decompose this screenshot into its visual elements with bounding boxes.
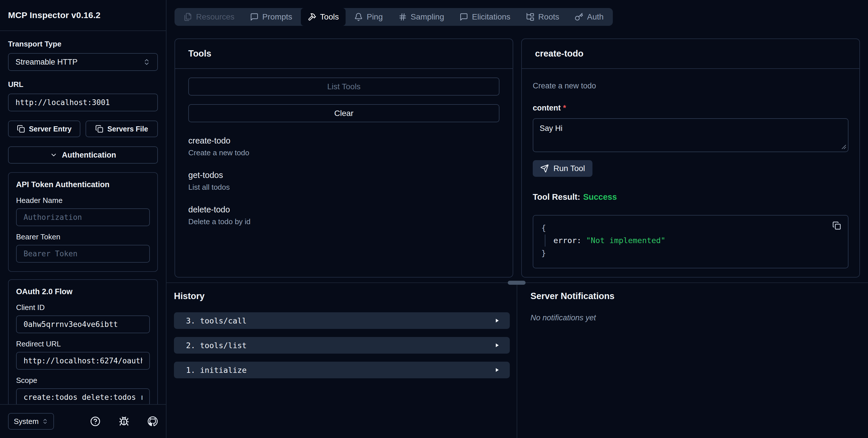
theme-select[interactable]: System bbox=[8, 413, 54, 430]
server-notifications-title: Server Notifications bbox=[530, 291, 868, 301]
selected-tool-title: create-todo bbox=[535, 49, 584, 59]
tool-description: Create a new todo bbox=[188, 148, 499, 157]
tools-panel-title: Tools bbox=[188, 49, 211, 59]
transport-type-label: Transport Type bbox=[8, 40, 158, 49]
tab-auth[interactable]: Auth bbox=[568, 10, 611, 24]
redirect-url-input[interactable] bbox=[16, 352, 150, 370]
expand-triangle-icon bbox=[494, 342, 500, 348]
bell-icon bbox=[354, 12, 363, 21]
clear-tools-button[interactable]: Clear bbox=[188, 104, 499, 122]
client-id-group: Client ID bbox=[16, 303, 150, 333]
bug-report-icon[interactable] bbox=[119, 416, 129, 427]
tab-label: Ping bbox=[367, 12, 383, 22]
history-list: 3. tools/call 2. tools/list 1. initializ… bbox=[174, 312, 510, 378]
chevrons-up-down-icon bbox=[42, 418, 48, 425]
servers-file-label: Servers File bbox=[107, 125, 148, 133]
server-notifications-panel: Server Notifications No notifications ye… bbox=[517, 283, 868, 438]
history-item-label: 1. initialize bbox=[186, 366, 247, 375]
no-notifications-text: No notifications yet bbox=[530, 313, 868, 322]
tool-list-item-create-todo[interactable]: create-todo Create a new todo bbox=[188, 136, 499, 157]
tab-label: Sampling bbox=[411, 12, 444, 22]
server-entry-label: Server Entry bbox=[29, 125, 72, 133]
theme-select-value: System bbox=[14, 417, 39, 426]
tab-sampling[interactable]: Sampling bbox=[392, 10, 451, 24]
history-item-label: 3. tools/call bbox=[186, 316, 247, 325]
tool-name: delete-todo bbox=[188, 205, 499, 214]
history-item-label: 2. tools/list bbox=[186, 341, 247, 350]
transport-type-select[interactable]: Streamable HTTP bbox=[8, 53, 158, 71]
transport-type-value: Streamable HTTP bbox=[16, 58, 78, 67]
tool-description: Delete a todo by id bbox=[188, 217, 499, 226]
tab-resources[interactable]: Resources bbox=[177, 10, 241, 24]
message-square-icon bbox=[250, 12, 259, 21]
tool-name: get-todos bbox=[188, 170, 499, 180]
list-tools-button[interactable]: List Tools bbox=[188, 77, 499, 96]
json-close-brace: } bbox=[541, 247, 840, 259]
sidebar-footer: System bbox=[0, 404, 166, 438]
content-field-label: content* bbox=[533, 104, 848, 113]
tool-list: create-todo Create a new todo get-todos … bbox=[188, 136, 499, 226]
scope-label: Scope bbox=[16, 376, 150, 385]
footer-icons bbox=[90, 416, 158, 427]
hammer-icon bbox=[308, 12, 316, 21]
tab-label: Roots bbox=[538, 12, 559, 22]
selected-tool-panel: create-todo Create a new todo content* S… bbox=[521, 38, 860, 278]
sidebar: MCP Inspector v0.16.2 Transport Type Str… bbox=[0, 0, 166, 438]
chevron-down-icon bbox=[50, 151, 57, 159]
github-icon[interactable] bbox=[148, 416, 158, 427]
run-tool-label: Run Tool bbox=[553, 164, 585, 173]
tools-panel-header: Tools bbox=[175, 39, 513, 69]
horizontal-split-divider bbox=[166, 282, 868, 283]
server-entry-button[interactable]: Server Entry bbox=[8, 121, 81, 137]
oauth-flow-title: OAuth 2.0 Flow bbox=[16, 287, 150, 296]
tools-panel-body: List Tools Clear create-todo Create a ne… bbox=[175, 69, 513, 277]
hash-icon bbox=[398, 12, 407, 21]
history-item-tools-call[interactable]: 3. tools/call bbox=[174, 312, 510, 329]
tab-prompts[interactable]: Prompts bbox=[243, 10, 299, 24]
redirect-url-label: Redirect URL bbox=[16, 340, 150, 348]
bearer-token-input[interactable] bbox=[16, 245, 150, 262]
copy-result-icon[interactable] bbox=[832, 221, 841, 230]
tool-list-item-get-todos[interactable]: get-todos List all todos bbox=[188, 170, 499, 192]
required-asterisk: * bbox=[563, 104, 566, 112]
tools-panel: Tools List Tools Clear create-todo Creat… bbox=[175, 38, 513, 278]
selected-tool-header: create-todo bbox=[522, 39, 859, 69]
bearer-token-label: Bearer Token bbox=[16, 232, 150, 241]
app-header: MCP Inspector v0.16.2 bbox=[0, 0, 166, 31]
content-field-input[interactable]: Say Hi bbox=[533, 118, 848, 152]
tab-ping[interactable]: Ping bbox=[347, 10, 390, 24]
chevrons-up-down-icon bbox=[143, 58, 150, 66]
history-title: History bbox=[174, 291, 510, 301]
tool-result-label: Tool Result: bbox=[533, 192, 580, 201]
tab-label: Prompts bbox=[262, 12, 292, 22]
authentication-toggle[interactable]: Authentication bbox=[8, 146, 158, 164]
tool-list-item-delete-todo[interactable]: delete-todo Delete a todo by id bbox=[188, 205, 499, 226]
files-icon bbox=[184, 12, 192, 21]
tool-description: List all todos bbox=[188, 183, 499, 192]
header-name-input[interactable] bbox=[16, 208, 150, 226]
client-id-input[interactable] bbox=[16, 315, 150, 333]
servers-file-button[interactable]: Servers File bbox=[86, 121, 158, 137]
split-drag-handle[interactable] bbox=[508, 281, 526, 285]
url-group: URL bbox=[8, 80, 158, 112]
bottom-section: History 3. tools/call 2. tools/list 1. i… bbox=[166, 283, 868, 438]
url-input[interactable] bbox=[8, 94, 158, 112]
tab-roots[interactable]: Roots bbox=[519, 10, 566, 24]
history-item-tools-list[interactable]: 2. tools/list bbox=[174, 337, 510, 354]
expand-triangle-icon bbox=[494, 317, 500, 324]
help-icon[interactable] bbox=[90, 416, 100, 427]
send-icon bbox=[540, 164, 549, 173]
folder-tree-icon bbox=[526, 12, 534, 21]
scope-input[interactable] bbox=[16, 388, 150, 404]
content-field-label-text: content bbox=[533, 104, 561, 112]
run-tool-button[interactable]: Run Tool bbox=[533, 160, 592, 177]
selected-tool-body: Create a new todo content* Say Hi bbox=[522, 69, 859, 277]
tab-tools[interactable]: Tools bbox=[301, 8, 346, 26]
oauth-flow-card: OAuth 2.0 Flow Client ID Redirect URL Sc… bbox=[8, 279, 158, 404]
api-token-auth-card: API Token Authentication Header Name Bea… bbox=[8, 172, 158, 272]
tab-label: Tools bbox=[320, 12, 339, 22]
top-section: Resources Prompts Tools Ping Sampling El… bbox=[166, 0, 868, 282]
tab-elicitations[interactable]: Elicitations bbox=[453, 10, 517, 24]
history-item-initialize[interactable]: 1. initialize bbox=[174, 362, 510, 378]
result-json-block: { error: "Not implemented" } bbox=[533, 215, 848, 269]
